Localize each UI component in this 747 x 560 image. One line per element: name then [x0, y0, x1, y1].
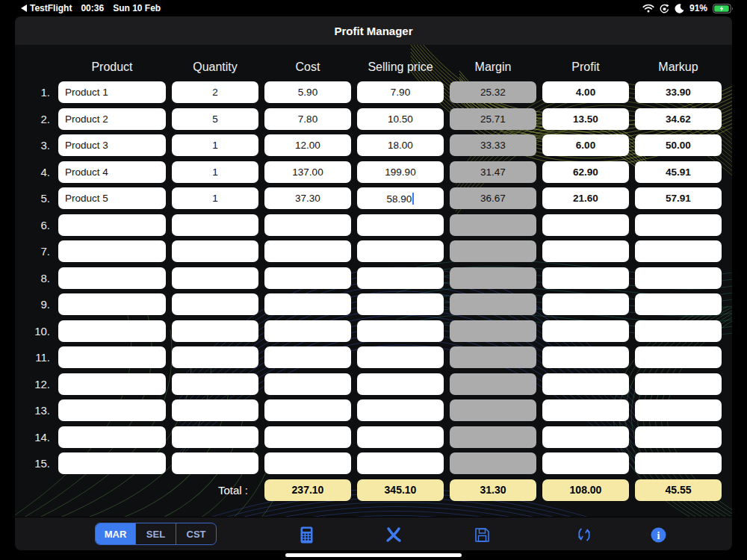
product-input[interactable] [58, 267, 166, 289]
quantity-input[interactable] [172, 267, 258, 289]
margin-output [450, 399, 536, 421]
selling-price-input[interactable] [357, 214, 444, 236]
quantity-input[interactable] [172, 452, 258, 474]
product-input[interactable]: Product 1 [58, 81, 166, 103]
cost-input[interactable] [264, 240, 351, 262]
quantity-input[interactable] [172, 426, 258, 448]
product-input[interactable] [58, 346, 166, 368]
selling-price-input[interactable] [357, 346, 444, 368]
profit-output: 62.90 [542, 161, 629, 183]
quantity-input[interactable] [172, 320, 258, 342]
header-profit: Profit [542, 60, 629, 78]
cost-input[interactable]: 37.30 [264, 187, 351, 209]
product-input[interactable] [58, 214, 166, 236]
selling-price-input[interactable]: 18.00 [357, 134, 444, 156]
selling-price-input[interactable] [357, 373, 444, 395]
product-input[interactable]: Product 4 [58, 161, 166, 183]
clear-button[interactable] [385, 526, 403, 544]
cost-input[interactable] [264, 426, 351, 448]
cost-input[interactable] [264, 320, 351, 342]
product-input[interactable]: Product 5 [58, 187, 166, 209]
product-input[interactable] [58, 293, 166, 315]
product-input[interactable]: Product 3 [58, 134, 166, 156]
product-input[interactable] [58, 426, 166, 448]
header-margin: Margin [450, 60, 536, 78]
product-input[interactable] [58, 240, 166, 262]
quantity-input[interactable] [172, 214, 258, 236]
quantity-input[interactable]: 1 [172, 187, 258, 209]
quantity-input[interactable] [172, 346, 258, 368]
markup-output [635, 373, 722, 395]
selling-price-input[interactable]: 7.90 [357, 81, 444, 103]
selling-price-input[interactable] [357, 426, 444, 448]
product-input[interactable] [58, 399, 166, 421]
product-input[interactable] [58, 452, 166, 474]
selling-price-input[interactable]: 10.50 [357, 108, 444, 130]
total-selling: 345.10 [357, 479, 444, 501]
info-button[interactable]: i [649, 526, 667, 544]
cost-input[interactable] [264, 399, 351, 421]
selling-price-input[interactable] [357, 320, 444, 342]
table-row: 2. Product 2 5 7.80 10.50 25.71 13.50 34… [15, 108, 732, 130]
quantity-input[interactable]: 2 [172, 81, 258, 103]
segment-sel[interactable]: SEL [136, 523, 176, 544]
cost-input[interactable] [264, 373, 351, 395]
header-quantity: Quantity [172, 60, 258, 78]
selling-price-input[interactable]: 58.90 [357, 187, 444, 209]
margin-output: 25.32 [450, 81, 536, 103]
total-row: Total : 237.10 345.10 31.30 108.00 45.55 [15, 479, 732, 501]
quantity-input[interactable] [172, 373, 258, 395]
battery-percent: 91% [689, 3, 707, 13]
cost-input[interactable] [264, 346, 351, 368]
home-indicator[interactable] [285, 553, 462, 557]
markup-output [635, 399, 722, 421]
info-icon: i [651, 527, 666, 543]
profit-output [542, 373, 629, 395]
segment-cst[interactable]: CST [176, 523, 216, 544]
calculator-button[interactable] [297, 526, 315, 544]
row-number: 15. [19, 452, 52, 474]
quantity-input[interactable] [172, 240, 258, 262]
row-number: 2. [19, 108, 52, 130]
cost-input[interactable]: 7.80 [264, 108, 351, 130]
product-input[interactable] [58, 373, 166, 395]
refresh-button[interactable] [575, 526, 593, 544]
selling-price-input[interactable] [357, 267, 444, 289]
segment-mar[interactable]: MAR [96, 523, 136, 544]
selling-price-input[interactable]: 199.90 [357, 161, 444, 183]
profit-output: 6.00 [542, 134, 629, 156]
quantity-input[interactable]: 1 [172, 161, 258, 183]
product-input[interactable] [58, 320, 166, 342]
save-button[interactable] [473, 526, 491, 544]
cost-input[interactable] [264, 214, 351, 236]
selling-price-input[interactable] [357, 399, 444, 421]
cost-input[interactable]: 137.00 [264, 161, 351, 183]
quantity-input[interactable]: 5 [172, 108, 258, 130]
cost-input[interactable] [264, 267, 351, 289]
cost-input[interactable]: 12.00 [264, 134, 351, 156]
row-number: 13. [19, 399, 52, 421]
column-headers: Product Quantity Cost Selling price Marg… [15, 45, 732, 78]
cost-input[interactable] [264, 452, 351, 474]
product-input[interactable]: Product 2 [58, 108, 166, 130]
quantity-input[interactable] [172, 293, 258, 315]
selling-price-input[interactable] [357, 452, 444, 474]
wifi-icon [642, 4, 654, 13]
svg-text:i: i [657, 529, 660, 541]
back-to-app-button[interactable]: TestFlight [21, 3, 72, 13]
cost-input[interactable]: 5.90 [264, 81, 351, 103]
profit-output [542, 267, 629, 289]
cost-input[interactable] [264, 293, 351, 315]
mode-segmented-control: MAR SEL CST [95, 523, 217, 545]
selling-price-input[interactable] [357, 293, 444, 315]
header-selling-price: Selling price [357, 60, 444, 78]
quantity-input[interactable] [172, 399, 258, 421]
row-number: 3. [19, 134, 52, 156]
total-profit: 108.00 [542, 479, 629, 501]
table-row: 8. [15, 267, 732, 289]
margin-output [450, 214, 536, 236]
back-triangle-icon [21, 4, 27, 12]
selling-price-input[interactable] [357, 240, 444, 262]
margin-output [450, 267, 536, 289]
quantity-input[interactable]: 1 [172, 134, 258, 156]
